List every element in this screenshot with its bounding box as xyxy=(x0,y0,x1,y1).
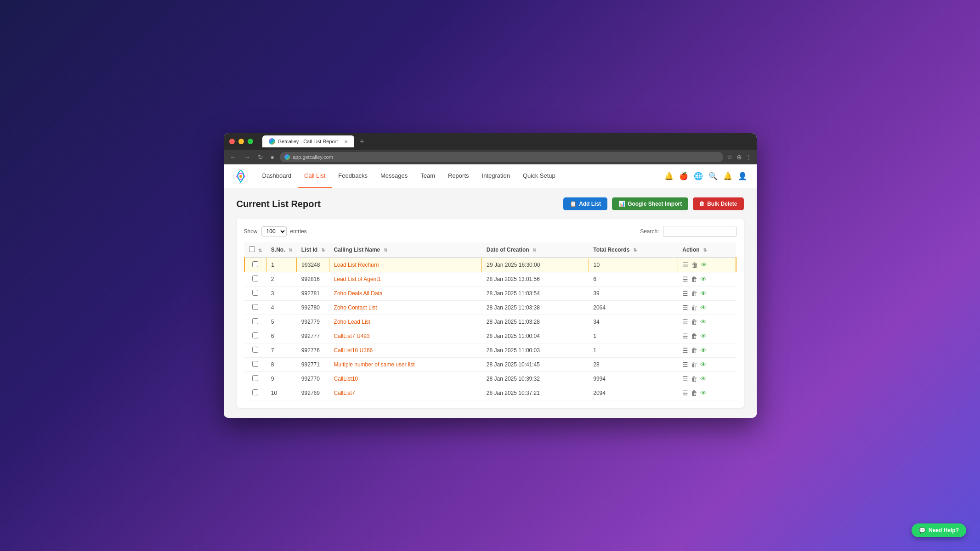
app-content: Dashboard Call List Feedbacks Messages T… xyxy=(224,164,757,418)
close-traffic-light[interactable] xyxy=(229,139,235,144)
row-name-link-9[interactable]: CallList7 xyxy=(334,390,355,396)
bookmark-icon[interactable]: ☆ xyxy=(727,153,733,161)
delete-row-icon-8[interactable]: 🗑 xyxy=(691,375,697,382)
view-row-icon-7[interactable]: 👁 xyxy=(700,361,707,368)
search-input[interactable] xyxy=(663,226,736,237)
row-name-link-5[interactable]: CallList7 U493 xyxy=(334,333,370,339)
row-checkbox-4[interactable] xyxy=(252,318,258,324)
nav-item-team[interactable]: Team xyxy=(414,164,442,188)
user-icon[interactable]: 👤 xyxy=(737,171,748,181)
row-name-link-0[interactable]: Lead List Rechurn xyxy=(334,262,379,268)
row-listid-3: 992780 xyxy=(297,301,329,315)
view-row-icon-5[interactable]: 👁 xyxy=(700,332,707,340)
browser-tab[interactable]: Getcalley - Call List Report ✕ xyxy=(262,135,355,147)
sort-arrows-checkbox[interactable]: ⇅ xyxy=(258,248,262,253)
minimize-traffic-light[interactable] xyxy=(238,139,244,144)
sort-arrows-date[interactable]: ⇅ xyxy=(532,247,536,253)
address-bar[interactable]: app.getcalley.com xyxy=(280,152,723,162)
delete-row-icon-7[interactable]: 🗑 xyxy=(691,361,697,368)
sort-arrows-listid[interactable]: ⇅ xyxy=(321,247,325,253)
nav-item-messages[interactable]: Messages xyxy=(374,164,414,188)
view-row-icon-4[interactable]: 👁 xyxy=(700,318,707,326)
row-checkbox-3[interactable] xyxy=(252,304,258,310)
list-details-icon-0[interactable]: ☰ xyxy=(683,261,689,269)
row-listid-1: 992816 xyxy=(297,272,329,287)
view-row-icon-1[interactable]: 👁 xyxy=(700,276,707,283)
delete-row-icon-4[interactable]: 🗑 xyxy=(691,318,697,326)
delete-row-icon-1[interactable]: 🗑 xyxy=(691,276,697,283)
app-logo xyxy=(233,169,249,184)
row-checkbox-7[interactable] xyxy=(252,361,258,367)
need-help-button[interactable]: 💬 Need Help? xyxy=(912,523,966,537)
row-checkbox-1[interactable] xyxy=(252,276,258,281)
nav-item-integration[interactable]: Integration xyxy=(476,164,516,188)
row-checkbox-0[interactable] xyxy=(252,261,258,267)
row-name-link-6[interactable]: CallList10 U366 xyxy=(334,347,373,354)
view-row-icon-6[interactable]: 👁 xyxy=(700,347,707,354)
list-details-icon-6[interactable]: ☰ xyxy=(682,347,688,354)
home-button[interactable]: ● xyxy=(269,152,276,162)
list-details-icon-4[interactable]: ☰ xyxy=(682,318,688,326)
globe-icon[interactable]: 🌐 xyxy=(693,171,703,181)
table-row: 10 992769 CallList7 28 Jan 2025 10:37:21… xyxy=(244,386,736,400)
refresh-button[interactable]: ↻ xyxy=(256,152,265,162)
sort-arrows-name[interactable]: ⇅ xyxy=(384,247,387,253)
notification-bell-icon[interactable]: 🔔 xyxy=(664,171,674,181)
menu-icon[interactable]: ⋮ xyxy=(746,153,752,161)
whatsapp-icon: 💬 xyxy=(919,527,926,534)
row-name-link-2[interactable]: Zoho Deals All Data xyxy=(334,290,383,297)
apple-icon[interactable]: 🍎 xyxy=(679,171,689,181)
nav-item-dashboard[interactable]: Dashboard xyxy=(256,164,298,188)
row-name-link-3[interactable]: Zoho Contact List xyxy=(334,304,377,311)
nav-item-call-list[interactable]: Call List xyxy=(298,164,332,188)
view-row-icon-0[interactable]: 👁 xyxy=(701,261,707,269)
row-name-link-8[interactable]: CallList10 xyxy=(334,376,358,382)
table-row: 2 992816 Lead List of Agent1 28 Jan 2025… xyxy=(244,272,736,287)
select-all-checkbox[interactable] xyxy=(249,246,255,252)
row-name-link-1[interactable]: Lead List of Agent1 xyxy=(334,276,381,282)
delete-row-icon-5[interactable]: 🗑 xyxy=(691,332,697,340)
list-details-icon-9[interactable]: ☰ xyxy=(682,389,688,397)
google-sheet-import-button[interactable]: 📊 Google Sheet Import xyxy=(612,197,688,210)
nav-item-reports[interactable]: Reports xyxy=(442,164,476,188)
sort-arrows-action[interactable]: ⇅ xyxy=(703,247,707,253)
search-icon[interactable]: 🔍 xyxy=(708,171,718,181)
tab-close-icon[interactable]: ✕ xyxy=(344,139,348,144)
list-details-icon-2[interactable]: ☰ xyxy=(682,290,688,297)
row-checkbox-8[interactable] xyxy=(252,375,258,381)
sort-arrows-sno[interactable]: ⇅ xyxy=(289,247,292,253)
entries-select[interactable]: 100 25 50 xyxy=(261,226,287,236)
view-row-icon-9[interactable]: 👁 xyxy=(700,389,707,397)
alert-icon[interactable]: 🔔 xyxy=(723,171,733,181)
delete-row-icon-3[interactable]: 🗑 xyxy=(691,304,697,311)
add-list-button[interactable]: 📋 Add List xyxy=(563,197,607,210)
row-name-link-4[interactable]: Zoho Lead List xyxy=(334,319,370,325)
view-row-icon-2[interactable]: 👁 xyxy=(700,290,707,297)
list-details-icon-5[interactable]: ☰ xyxy=(682,332,688,340)
nav-item-quick-setup[interactable]: Quick Setup xyxy=(516,164,562,188)
tab-title: Getcalley - Call List Report xyxy=(278,139,338,144)
view-row-icon-8[interactable]: 👁 xyxy=(700,375,707,382)
delete-row-icon-9[interactable]: 🗑 xyxy=(691,389,697,397)
new-tab-button[interactable]: + xyxy=(360,137,364,146)
list-details-icon-7[interactable]: ☰ xyxy=(682,361,688,368)
row-checkbox-2[interactable] xyxy=(252,290,258,296)
list-details-icon-8[interactable]: ☰ xyxy=(682,375,688,382)
maximize-traffic-light[interactable] xyxy=(248,139,253,144)
row-checkbox-6[interactable] xyxy=(252,347,258,353)
forward-button[interactable]: → xyxy=(242,152,252,162)
row-name-link-7[interactable]: Multiple number of same user list xyxy=(334,361,415,368)
back-button[interactable]: ← xyxy=(228,152,238,162)
row-checkbox-5[interactable] xyxy=(252,332,258,338)
list-details-icon-1[interactable]: ☰ xyxy=(682,276,688,283)
list-details-icon-3[interactable]: ☰ xyxy=(682,304,688,311)
sort-arrows-total[interactable]: ⇅ xyxy=(633,247,637,253)
bulk-delete-button[interactable]: 🗑 Bulk Delete xyxy=(693,197,743,210)
nav-item-feedbacks[interactable]: Feedbacks xyxy=(332,164,374,188)
delete-row-icon-6[interactable]: 🗑 xyxy=(691,347,697,354)
view-row-icon-3[interactable]: 👁 xyxy=(700,304,707,311)
delete-row-icon-0[interactable]: 🗑 xyxy=(691,261,698,269)
row-checkbox-9[interactable] xyxy=(252,389,258,395)
delete-row-icon-2[interactable]: 🗑 xyxy=(691,290,697,297)
extension-icon[interactable]: ⊕ xyxy=(736,153,742,161)
